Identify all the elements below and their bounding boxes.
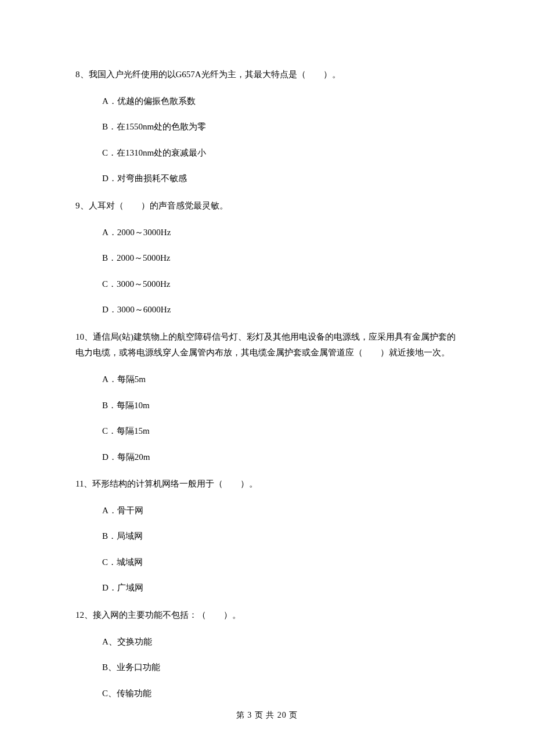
question-number: 8、 [75, 70, 89, 79]
options: A．骨干网 B．局域网 C．城域网 D．广域网 [75, 504, 459, 595]
question-body: 环形结构的计算机网络一般用于（ ）。 [92, 479, 258, 488]
option-b: B．在1550nm处的色散为零 [102, 120, 459, 134]
question-text: 9、人耳对（ ）的声音感觉最灵敏。 [75, 198, 459, 214]
option-b: B．每隔10m [102, 399, 459, 412]
question-number: 12、 [75, 610, 93, 620]
page: 8、我国入户光纤使用的以G657A光纤为主，其最大特点是（ ）。 A．优越的偏振… [0, 0, 534, 756]
option-d: D．广域网 [102, 581, 459, 595]
question-12: 12、接入网的主要功能不包括：（ ）。 A、交换功能 B、业务口功能 C、传输功… [75, 607, 459, 700]
question-text: 11、环形结构的计算机网络一般用于（ ）。 [75, 476, 459, 492]
option-a: A、交换功能 [102, 635, 459, 649]
question-body: 通信局(站)建筑物上的航空障碍信号灯、彩灯及其他用电设备的电源线，应采用具有金属… [75, 332, 456, 358]
option-a: A．优越的偏振色散系数 [102, 95, 459, 108]
question-body: 接入网的主要功能不包括：（ ）。 [93, 610, 241, 620]
question-number: 10、 [75, 332, 93, 341]
question-body: 人耳对（ ）的声音感觉最灵敏。 [89, 201, 228, 210]
options: A．优越的偏振色散系数 B．在1550nm处的色散为零 C．在1310nm处的衰… [75, 95, 459, 185]
question-body: 我国入户光纤使用的以G657A光纤为主，其最大特点是（ ）。 [89, 70, 341, 79]
question-10: 10、通信局(站)建筑物上的航空障碍信号灯、彩灯及其他用电设备的电源线，应采用具… [75, 329, 459, 464]
options: A．2000～3000Hz B．2000～5000Hz C．3000～5000H… [75, 226, 459, 316]
option-c: C．在1310nm处的衰减最小 [102, 146, 459, 160]
options: A、交换功能 B、业务口功能 C、传输功能 [75, 635, 459, 700]
question-8: 8、我国入户光纤使用的以G657A光纤为主，其最大特点是（ ）。 A．优越的偏振… [75, 67, 459, 185]
option-c: C．3000～5000Hz [102, 278, 459, 291]
options: A．每隔5m B．每隔10m C．每隔15m D．每隔20m [75, 373, 459, 463]
option-d: D．3000～6000Hz [102, 303, 459, 316]
option-d: D．每隔20m [102, 451, 459, 464]
question-text: 12、接入网的主要功能不包括：（ ）。 [75, 607, 459, 624]
option-b: B．局域网 [102, 530, 459, 543]
page-footer: 第 3 页 共 20 页 [0, 709, 534, 721]
option-d: D．对弯曲损耗不敏感 [102, 172, 459, 185]
question-number: 11、 [75, 479, 92, 488]
option-a: A．2000～3000Hz [102, 226, 459, 239]
option-c: C．每隔15m [102, 424, 459, 438]
option-b: B、业务口功能 [102, 661, 459, 674]
option-a: A．每隔5m [102, 373, 459, 386]
question-text: 10、通信局(站)建筑物上的航空障碍信号灯、彩灯及其他用电设备的电源线，应采用具… [75, 329, 459, 362]
option-c: C．城域网 [102, 556, 459, 569]
question-9: 9、人耳对（ ）的声音感觉最灵敏。 A．2000～3000Hz B．2000～5… [75, 198, 459, 316]
option-b: B．2000～5000Hz [102, 251, 459, 265]
option-a: A．骨干网 [102, 504, 459, 517]
question-number: 9、 [75, 201, 89, 210]
option-c: C、传输功能 [102, 687, 459, 700]
question-11: 11、环形结构的计算机网络一般用于（ ）。 A．骨干网 B．局域网 C．城域网 … [75, 476, 459, 595]
question-text: 8、我国入户光纤使用的以G657A光纤为主，其最大特点是（ ）。 [75, 67, 459, 83]
